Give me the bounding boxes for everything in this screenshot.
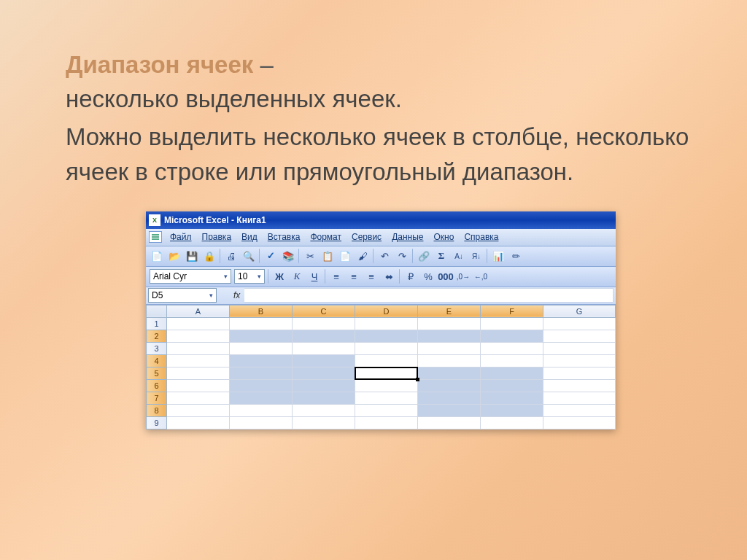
col-header-F[interactable]: F	[481, 305, 543, 317]
menu-view[interactable]: Вид	[236, 232, 263, 242]
menu-edit[interactable]: Правка	[197, 232, 237, 242]
cell[interactable]	[293, 392, 355, 404]
italic-button[interactable]: К	[289, 268, 305, 284]
bold-button[interactable]: Ж	[271, 268, 287, 284]
worksheet-icon[interactable]	[149, 231, 162, 243]
cell[interactable]	[293, 367, 355, 379]
decrease-decimal-icon[interactable]: ←,0	[473, 268, 489, 284]
sort-desc-icon[interactable]: Я↓	[468, 248, 484, 264]
copy-icon[interactable]: 📋	[320, 248, 336, 264]
menu-insert[interactable]: Вставка	[263, 232, 306, 242]
cell[interactable]	[418, 404, 481, 416]
row-header-8[interactable]: 8	[147, 404, 167, 416]
undo-icon[interactable]: ↶	[376, 248, 392, 264]
slide-dash: –	[253, 51, 274, 78]
font-name: Arial Cyr	[153, 271, 187, 281]
col-header-A[interactable]: A	[167, 305, 230, 317]
cell[interactable]	[230, 379, 293, 392]
print-preview-icon[interactable]: 🔍	[241, 248, 257, 264]
name-box[interactable]: D5 ▾	[148, 288, 217, 303]
merge-center-icon[interactable]: ⬌	[381, 268, 397, 284]
select-all-corner[interactable]	[147, 305, 167, 317]
new-icon[interactable]: 📄	[149, 248, 165, 264]
cell[interactable]	[355, 330, 418, 342]
chart-icon[interactable]: 📊	[490, 248, 506, 264]
open-icon[interactable]: 📂	[166, 248, 182, 264]
spreadsheet-grid[interactable]: A B C D E F G 1 2 3 4 5 6 7 8 9	[146, 305, 616, 429]
save-icon[interactable]: 💾	[184, 248, 200, 264]
excel-window: Microsoft Excel - Книга1 Файл Правка Вид…	[146, 211, 616, 429]
row-header-1[interactable]: 1	[147, 317, 167, 330]
active-cell[interactable]	[355, 367, 418, 379]
increase-decimal-icon[interactable]: ,0→	[455, 268, 471, 284]
col-header-E[interactable]: E	[418, 305, 481, 317]
comma-icon[interactable]: 000	[438, 268, 454, 284]
hyperlink-icon[interactable]: 🔗	[416, 248, 432, 264]
sort-asc-icon[interactable]: A↓	[451, 248, 467, 264]
slide-line2: Можно выделить несколько ячеек в столбце…	[66, 120, 696, 190]
active-cell-ref: D5	[152, 290, 163, 300]
cell[interactable]	[418, 379, 481, 392]
row-header-9[interactable]: 9	[147, 416, 167, 429]
spellcheck-icon[interactable]: ✓	[263, 248, 279, 264]
autosum-icon[interactable]: Σ	[433, 248, 449, 264]
percent-icon[interactable]: %	[420, 268, 436, 284]
excel-app-icon	[149, 214, 160, 226]
col-header-B[interactable]: B	[230, 305, 293, 317]
cell[interactable]	[481, 367, 543, 379]
formula-input[interactable]	[244, 288, 614, 303]
fill-handle[interactable]	[416, 378, 419, 381]
col-header-D[interactable]: D	[355, 305, 418, 317]
format-painter-icon[interactable]: 🖌	[355, 248, 371, 264]
cell[interactable]	[230, 354, 293, 367]
cell[interactable]	[481, 330, 543, 342]
currency-icon[interactable]: ₽	[403, 268, 419, 284]
row-header-5[interactable]: 5	[147, 367, 167, 379]
menu-data[interactable]: Данные	[387, 232, 428, 242]
print-icon[interactable]: 🖨	[223, 248, 239, 264]
underline-button[interactable]: Ч	[306, 268, 322, 284]
formatting-toolbar: Arial Cyr ▾ 10 ▾ Ж К Ч ≡ ≡ ≡ ⬌ ₽ % 000 ,…	[146, 267, 616, 287]
cell[interactable]	[230, 367, 293, 379]
fx-icon[interactable]: fx	[233, 290, 240, 300]
paste-icon[interactable]: 📄	[337, 248, 353, 264]
chevron-down-icon: ▾	[258, 273, 261, 280]
menu-window[interactable]: Окно	[428, 232, 459, 242]
cell[interactable]	[418, 330, 481, 342]
cell[interactable]	[293, 330, 355, 342]
cut-icon[interactable]: ✂	[302, 248, 318, 264]
separator-icon	[412, 249, 414, 263]
menu-tools[interactable]: Сервис	[347, 232, 387, 242]
cell[interactable]	[418, 367, 481, 379]
cell[interactable]	[481, 404, 543, 416]
separator-icon	[298, 249, 300, 263]
menu-help[interactable]: Справка	[459, 232, 503, 242]
font-selector[interactable]: Arial Cyr ▾	[150, 269, 231, 284]
row-header-4[interactable]: 4	[147, 354, 167, 367]
row-header-7[interactable]: 7	[147, 392, 167, 404]
align-center-icon[interactable]: ≡	[346, 268, 362, 284]
cell[interactable]	[230, 330, 293, 342]
cell[interactable]	[293, 354, 355, 367]
separator-icon	[373, 249, 374, 263]
font-size-selector[interactable]: 10 ▾	[234, 269, 265, 284]
row-header-2[interactable]: 2	[147, 330, 167, 342]
col-header-G[interactable]: G	[543, 305, 616, 317]
col-header-C[interactable]: C	[293, 305, 355, 317]
cell[interactable]	[293, 379, 355, 392]
drawing-icon[interactable]: ✏	[508, 248, 524, 264]
cell[interactable]	[418, 392, 481, 404]
align-left-icon[interactable]: ≡	[328, 268, 344, 284]
permission-icon[interactable]: 🔒	[201, 248, 217, 264]
menu-file[interactable]: Файл	[165, 232, 197, 242]
align-right-icon[interactable]: ≡	[363, 268, 379, 284]
redo-icon[interactable]: ↷	[394, 248, 410, 264]
menu-format[interactable]: Формат	[305, 232, 347, 242]
cell[interactable]	[481, 379, 543, 392]
separator-icon	[487, 249, 488, 263]
cell[interactable]	[230, 392, 293, 404]
row-header-6[interactable]: 6	[147, 379, 167, 392]
cell[interactable]	[481, 392, 543, 404]
research-icon[interactable]: 📚	[280, 248, 296, 264]
row-header-3[interactable]: 3	[147, 342, 167, 354]
